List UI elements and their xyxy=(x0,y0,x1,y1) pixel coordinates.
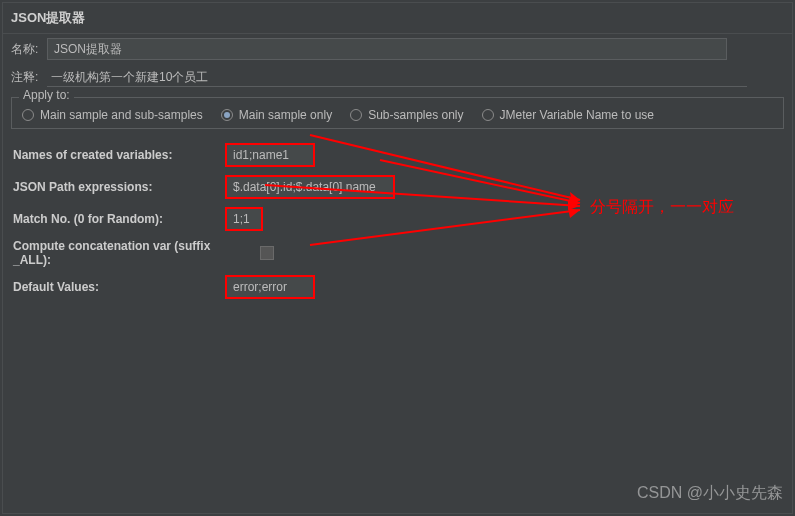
concat-checkbox[interactable] xyxy=(260,246,274,260)
radio-label: Main sample only xyxy=(239,108,332,122)
names-label: Names of created variables: xyxy=(13,148,213,162)
default-values-label: Default Values: xyxy=(13,280,213,294)
match-no-label: Match No. (0 for Random): xyxy=(13,212,213,226)
radio-label: Main sample and sub-samples xyxy=(40,108,203,122)
name-input[interactable] xyxy=(47,38,727,60)
panel-title: JSON提取器 xyxy=(3,3,792,34)
apply-to-group: Main sample and sub-samples Main sample … xyxy=(11,97,784,129)
concat-label: Compute concatenation var (suffix _ALL): xyxy=(13,239,248,267)
radio-label: Sub-samples only xyxy=(368,108,463,122)
radio-main-and-sub[interactable]: Main sample and sub-samples xyxy=(22,108,203,122)
radio-icon xyxy=(22,109,34,121)
watermark: CSDN @小小史先森 xyxy=(637,483,783,504)
json-path-label: JSON Path expressions: xyxy=(13,180,213,194)
annotation-text: 分号隔开，一一对应 xyxy=(590,197,734,218)
comment-input[interactable] xyxy=(47,68,747,87)
comment-label: 注释: xyxy=(11,69,41,86)
radio-jmeter-var[interactable]: JMeter Variable Name to use xyxy=(482,108,655,122)
name-label: 名称: xyxy=(11,41,41,58)
default-values-input[interactable] xyxy=(225,275,315,299)
names-input[interactable] xyxy=(225,143,315,167)
radio-main-only[interactable]: Main sample only xyxy=(221,108,332,122)
json-path-input[interactable] xyxy=(225,175,395,199)
radio-icon xyxy=(482,109,494,121)
match-no-input[interactable] xyxy=(225,207,263,231)
radio-icon xyxy=(221,109,233,121)
radio-sub-only[interactable]: Sub-samples only xyxy=(350,108,463,122)
apply-to-legend: Apply to: xyxy=(19,88,74,102)
radio-label: JMeter Variable Name to use xyxy=(500,108,655,122)
radio-icon xyxy=(350,109,362,121)
